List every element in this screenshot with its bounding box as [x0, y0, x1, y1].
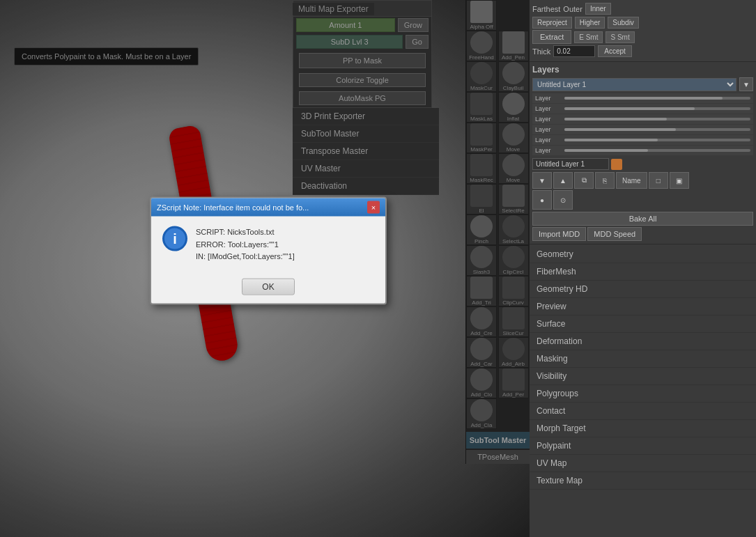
subdiv-button[interactable]: Subdiv: [608, 17, 639, 29]
layer-paste-button[interactable]: ⎘: [595, 172, 615, 189]
dialog-text: SCRIPT: NicksTools.txt ERROR: Tool:Layer…: [196, 226, 295, 263]
dialog-close-button[interactable]: ×: [367, 201, 380, 214]
name-button[interactable]: Name: [616, 172, 647, 189]
layers-title: Layers: [532, 65, 753, 75]
dialog-footer: OK: [151, 272, 385, 303]
bake-all-button[interactable]: Bake All: [532, 212, 753, 226]
thick-label: Thick: [532, 47, 550, 56]
submenu-geometry[interactable]: Geometry: [530, 246, 756, 263]
dialog-info-icon: i: [162, 226, 187, 251]
extract-button[interactable]: Extract: [532, 30, 571, 44]
submenu-contact[interactable]: Contact: [530, 403, 756, 420]
layer-play-button[interactable]: ⊙: [553, 190, 573, 210]
layers-section: Layers Untitled Layer 1 ▼ Layer Layer La…: [530, 62, 756, 244]
submenu-deformation[interactable]: Deformation: [530, 333, 756, 350]
accept-button[interactable]: Accept: [598, 45, 632, 57]
dialog-body: i SCRIPT: NicksTools.txt ERROR: Tool:Lay…: [151, 217, 385, 273]
layer-item: Layer: [532, 114, 753, 124]
higher-button[interactable]: Higher: [575, 17, 605, 29]
layer-item: Layer: [532, 93, 753, 103]
s-smt-button[interactable]: S Smt: [605, 31, 634, 43]
layer-color-swatch: [611, 159, 622, 170]
submenu-surface[interactable]: Surface: [530, 316, 756, 333]
submenu-polypaint[interactable]: Polypaint: [530, 437, 756, 455]
layer-item: Layer: [532, 104, 753, 114]
submenu-visibility[interactable]: Visibility: [530, 368, 756, 385]
layer-select[interactable]: Untitled Layer 1: [532, 78, 736, 91]
layer-item: Layer: [532, 125, 753, 134]
inner-button[interactable]: Inner: [585, 3, 611, 15]
dialog-script-line: SCRIPT: NicksTools.txt: [196, 226, 295, 239]
submenu-section: Geometry FiberMesh Geometry HD Preview S…: [530, 244, 756, 537]
import-mdd-button[interactable]: Import MDD: [532, 227, 586, 241]
outer-label: Outer: [563, 5, 583, 13]
dialog-error-line: ERROR: Tool:Layers:""1: [196, 238, 295, 251]
layer-item: Layer: [532, 135, 753, 145]
submenu-preview[interactable]: Preview: [530, 298, 756, 316]
layer-down-button[interactable]: ▼: [532, 172, 552, 189]
extract-section: Farthest Outer Inner Reproject Higher Su…: [530, 0, 756, 62]
layer-icon2[interactable]: ▣: [670, 172, 689, 189]
submenu-geometry-hd[interactable]: Geometry HD: [530, 281, 756, 298]
layer-item: Layer: [532, 146, 753, 155]
layer-dropdown-arrow[interactable]: ▼: [739, 77, 753, 91]
layer-icon1[interactable]: □: [649, 172, 668, 189]
dialog-box: ZScript Note: Interface item could not b…: [150, 197, 387, 305]
layer-up-button[interactable]: ▲: [553, 172, 573, 189]
submenu-texture-map[interactable]: Texture Map: [530, 472, 756, 490]
farthest-label: Farthest: [532, 5, 560, 13]
thick-input[interactable]: [553, 45, 595, 57]
submenu-uv-map[interactable]: UV Map: [530, 455, 756, 472]
reproject-button[interactable]: Reproject: [532, 17, 572, 29]
e-smt-button[interactable]: E Smt: [574, 31, 603, 43]
right-sidebar: Farthest Outer Inner Reproject Higher Su…: [530, 0, 756, 537]
mdd-speed-button[interactable]: MDD Speed: [587, 227, 642, 241]
active-layer-name-input[interactable]: [532, 158, 609, 170]
submenu-morph-target[interactable]: Morph Target: [530, 420, 756, 437]
layer-record-button[interactable]: ●: [532, 190, 552, 210]
ok-button[interactable]: OK: [242, 278, 294, 295]
submenu-masking[interactable]: Masking: [530, 350, 756, 368]
dialog-titlebar: ZScript Note: Interface item could not b…: [151, 199, 385, 217]
layer-copy-button[interactable]: ⧉: [574, 172, 594, 189]
submenu-fibermesh[interactable]: FiberMesh: [530, 263, 756, 281]
dialog-in-line: IN: [IModGet,Tool:Layers:""1]: [196, 251, 295, 263]
submenu-polygroups[interactable]: Polygroups: [530, 385, 756, 403]
dialog-title: ZScript Note: Interface item could not b…: [157, 203, 309, 212]
